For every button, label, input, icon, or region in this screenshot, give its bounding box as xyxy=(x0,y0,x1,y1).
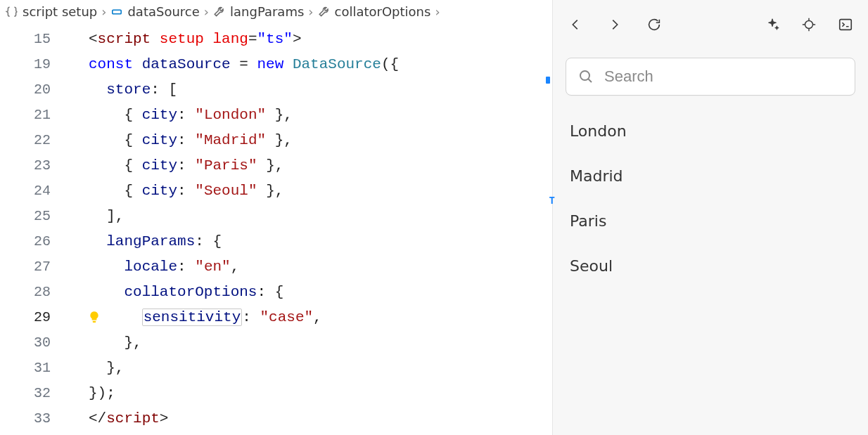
code-line[interactable]: 21 { city: "London" }, xyxy=(0,102,552,127)
line-number: 28 xyxy=(0,284,70,300)
code-content: langParams: { xyxy=(70,233,222,249)
line-number: 19 xyxy=(0,56,70,72)
lightbulb-icon[interactable] xyxy=(88,311,101,323)
breadcrumb-label: collatorOptions xyxy=(335,4,431,19)
line-number: 29 xyxy=(0,309,70,325)
back-button[interactable] xyxy=(566,15,585,34)
code-line[interactable]: 28 collatorOptions: { xyxy=(0,279,552,304)
code-content: </script> xyxy=(70,410,168,427)
breadcrumb-seg-2[interactable]: dataSource xyxy=(110,4,199,19)
code-content: }, xyxy=(70,335,142,351)
line-number: 15 xyxy=(0,31,70,47)
line-number: 26 xyxy=(0,233,70,249)
code-line[interactable]: 33 </script> xyxy=(0,405,552,431)
reload-button[interactable] xyxy=(644,15,664,34)
code-line[interactable]: 26 langParams: { xyxy=(0,228,552,254)
svg-rect-0 xyxy=(113,10,121,14)
chevron-left-icon xyxy=(568,17,583,32)
line-number: 32 xyxy=(0,385,70,401)
braces-icon xyxy=(6,6,18,18)
code-line[interactable]: 31 }, xyxy=(0,355,552,380)
preview-panel: London Madrid Paris Seoul xyxy=(553,0,868,435)
code-area[interactable]: T 15 <script setup lang="ts"> 19 const d… xyxy=(0,26,552,435)
code-line-current[interactable]: 29 sensitivity: "case", xyxy=(0,304,552,330)
forward-button[interactable] xyxy=(605,15,625,34)
preview-toolbar xyxy=(553,0,868,49)
result-list: London Madrid Paris Seoul xyxy=(553,96,868,288)
line-number: 24 xyxy=(0,183,70,199)
code-line[interactable]: 15 <script setup lang="ts"> xyxy=(0,26,552,51)
line-number: 25 xyxy=(0,208,70,224)
inspect-button[interactable] xyxy=(799,15,819,34)
code-line[interactable]: 24 { city: "Seoul" }, xyxy=(0,178,552,203)
chevron-right-icon: › xyxy=(308,4,313,19)
code-line[interactable]: 32 }); xyxy=(0,380,552,405)
list-item[interactable]: Seoul xyxy=(566,243,855,288)
breadcrumb-label: dataSource xyxy=(127,4,199,19)
svg-point-3 xyxy=(580,71,589,80)
breadcrumb: script setup › dataSource › langParams › xyxy=(0,0,552,26)
chevron-right-icon: › xyxy=(435,4,440,19)
terminal-icon xyxy=(838,17,853,32)
list-item[interactable]: London xyxy=(566,108,855,153)
code-content: { city: "Madrid" }, xyxy=(70,132,293,148)
wrench-icon xyxy=(318,6,331,18)
line-number: 21 xyxy=(0,107,70,123)
reload-icon xyxy=(646,17,662,32)
line-number: 30 xyxy=(0,335,70,351)
svg-point-1 xyxy=(805,21,813,29)
code-content: }, xyxy=(70,360,124,376)
code-line[interactable]: 20 store: [ xyxy=(0,77,552,102)
search-icon xyxy=(577,68,594,85)
code-content: <script setup lang="ts"> xyxy=(70,31,302,47)
code-content: { city: "Seoul" }, xyxy=(70,183,283,199)
line-number: 33 xyxy=(0,410,70,427)
line-number: 23 xyxy=(0,157,70,174)
code-content: ], xyxy=(70,208,124,224)
breadcrumb-seg-4[interactable]: collatorOptions xyxy=(318,4,431,19)
code-content: store: [ xyxy=(70,82,177,98)
svg-rect-2 xyxy=(840,20,852,30)
breadcrumb-label: langParams xyxy=(230,4,304,19)
list-item[interactable]: Madrid xyxy=(566,153,855,198)
code-line[interactable]: 22 { city: "Madrid" }, xyxy=(0,127,552,152)
breadcrumb-seg-1[interactable]: script setup xyxy=(6,4,97,19)
code-line[interactable]: 27 locale: "en", xyxy=(0,254,552,279)
code-content: { city: "Paris" }, xyxy=(70,157,283,174)
sparkle-button[interactable] xyxy=(762,15,782,34)
code-content: { city: "London" }, xyxy=(70,107,293,123)
code-line[interactable]: 23 { city: "Paris" }, xyxy=(0,152,552,178)
breadcrumb-seg-3[interactable]: langParams xyxy=(213,4,304,19)
chevron-right-icon: › xyxy=(204,4,209,19)
search-box[interactable] xyxy=(566,58,855,96)
code-content: sensitivity: "case", xyxy=(70,309,322,325)
line-number: 31 xyxy=(0,360,70,376)
list-item[interactable]: Paris xyxy=(566,198,855,243)
breadcrumb-label: script setup xyxy=(23,4,97,19)
code-line[interactable]: 30 }, xyxy=(0,330,552,355)
line-number: 22 xyxy=(0,132,70,148)
code-editor: script setup › dataSource › langParams › xyxy=(0,0,553,435)
code-line[interactable]: 25 ], xyxy=(0,203,552,228)
terminal-button[interactable] xyxy=(836,15,855,34)
code-content: collatorOptions: { xyxy=(70,284,283,300)
search-input[interactable] xyxy=(604,67,843,86)
sparkle-icon xyxy=(765,17,780,32)
wrench-icon xyxy=(213,6,226,18)
target-icon xyxy=(801,17,817,32)
variable-icon xyxy=(110,6,123,18)
chevron-right-icon: › xyxy=(101,4,106,19)
chevron-right-icon xyxy=(607,17,623,32)
code-content: }); xyxy=(70,385,115,401)
code-content: locale: "en", xyxy=(70,259,239,275)
code-content: const dataSource = new DataSource({ xyxy=(70,56,399,72)
code-line[interactable]: 19 const dataSource = new DataSource({ xyxy=(0,51,552,77)
line-number: 27 xyxy=(0,259,70,275)
line-number: 20 xyxy=(0,82,70,98)
